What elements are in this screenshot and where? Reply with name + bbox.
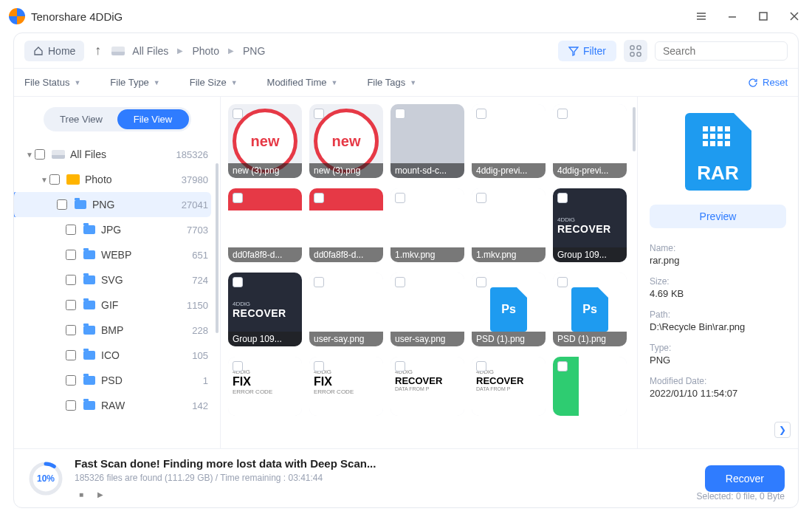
filter-file-status[interactable]: File Status▼ bbox=[24, 77, 80, 88]
crumb-photo[interactable]: Photo bbox=[192, 45, 219, 57]
file-thumbnail[interactable]: PsPSD (1).png bbox=[472, 273, 546, 346]
file-thumbnail[interactable] bbox=[553, 357, 627, 416]
checkbox-raw[interactable] bbox=[66, 400, 76, 411]
file-view-tab[interactable]: File View bbox=[117, 109, 189, 129]
file-thumbnail[interactable]: user-say.png bbox=[309, 273, 383, 346]
meta-modified-key: Modified Date: bbox=[650, 376, 786, 386]
thumbnail-checkbox[interactable] bbox=[557, 361, 568, 372]
checkbox-all-files[interactable] bbox=[35, 149, 45, 160]
file-thumbnail[interactable]: 4DDiGRECOVERDATA FROM P bbox=[472, 357, 546, 416]
thumbnail-checkbox[interactable] bbox=[557, 193, 568, 203]
up-button[interactable]: ↑ bbox=[92, 43, 104, 58]
search-input[interactable] bbox=[663, 45, 792, 57]
crumb-all-files[interactable]: All Files bbox=[132, 45, 168, 57]
file-thumbnail[interactable]: 4DDiGRECOVERDATA FROM P bbox=[390, 357, 464, 416]
tree-item-webp[interactable]: WEBP 651 bbox=[23, 242, 211, 267]
tree-item-gif[interactable]: GIF 1150 bbox=[23, 292, 211, 318]
thumbnail-checkbox[interactable] bbox=[314, 277, 324, 287]
checkbox-jpg[interactable] bbox=[66, 225, 76, 235]
checkbox-bmp[interactable] bbox=[66, 325, 76, 335]
view-switch: Tree View File View bbox=[44, 107, 191, 131]
file-thumbnail[interactable]: newnew (3).png bbox=[228, 104, 302, 178]
resume-scan-button[interactable]: ▶ bbox=[94, 489, 107, 499]
checkbox-psd[interactable] bbox=[66, 375, 76, 386]
file-thumbnail[interactable]: 4DDiGFIXERROR CODE bbox=[309, 357, 383, 416]
svg-rect-0 bbox=[760, 13, 767, 20]
file-thumbnail[interactable]: mount-sd-c... bbox=[390, 104, 464, 178]
maximize-button[interactable] bbox=[754, 7, 772, 25]
file-thumbnail[interactable]: 1.mkv.png bbox=[472, 188, 546, 262]
thumbnail-checkbox[interactable] bbox=[395, 193, 405, 203]
thumbnail-checkbox[interactable] bbox=[314, 109, 324, 119]
file-thumbnail[interactable]: dd0fa8f8-d... bbox=[309, 188, 383, 262]
folder-icon bbox=[83, 376, 95, 385]
search-box[interactable] bbox=[655, 41, 788, 61]
tree-photo[interactable]: ▼ Photo 37980 bbox=[23, 167, 211, 192]
thumbnail-caption: 4ddig-previ... bbox=[472, 163, 546, 178]
tree-item-png[interactable]: PNG 27041 bbox=[14, 192, 211, 217]
tree-item-jpg[interactable]: JPG 7703 bbox=[23, 217, 211, 242]
thumbnail-checkbox[interactable] bbox=[233, 277, 243, 287]
thumbnail-caption: 1.mkv.png bbox=[390, 247, 464, 262]
thumbnail-checkbox[interactable] bbox=[395, 361, 405, 372]
thumbnail-checkbox[interactable] bbox=[233, 109, 243, 119]
crumb-png[interactable]: PNG bbox=[243, 45, 265, 57]
thumbnail-checkbox[interactable] bbox=[557, 109, 568, 119]
thumbnail-checkbox[interactable] bbox=[395, 109, 405, 119]
close-button[interactable] bbox=[785, 7, 803, 25]
file-thumbnail[interactable]: 4DDiGRECOVERGroup 109... bbox=[228, 273, 302, 346]
grid-scrollbar[interactable] bbox=[633, 107, 636, 151]
tree-item-ico[interactable]: ICO 105 bbox=[23, 343, 211, 368]
file-thumbnail[interactable]: 4DDiGRECOVERGroup 109... bbox=[553, 188, 627, 262]
tree-item-raw[interactable]: RAW 142 bbox=[23, 393, 211, 418]
thumbnail-checkbox[interactable] bbox=[395, 277, 405, 287]
thumbnail-checkbox[interactable] bbox=[557, 277, 568, 287]
sidebar-scrollbar[interactable] bbox=[216, 163, 219, 333]
tree-item-bmp[interactable]: BMP 228 bbox=[23, 318, 211, 343]
checkbox-svg[interactable] bbox=[66, 275, 76, 285]
file-thumbnail[interactable]: newnew (3).png bbox=[309, 104, 383, 178]
home-button[interactable]: Home bbox=[24, 41, 84, 61]
file-thumbnail[interactable]: 4DDiGFIXERROR CODE bbox=[228, 357, 302, 416]
file-thumbnail[interactable]: PsPSD (1).png bbox=[553, 273, 627, 346]
checkbox-png[interactable] bbox=[57, 199, 67, 210]
checkbox-webp[interactable] bbox=[66, 250, 76, 260]
checkbox-ico[interactable] bbox=[66, 350, 76, 360]
tree-item-svg[interactable]: SVG 724 bbox=[23, 267, 211, 292]
minimize-button[interactable] bbox=[723, 7, 741, 25]
tree-all-files[interactable]: ▼ All Files 185326 bbox=[23, 142, 211, 167]
menu-icon[interactable] bbox=[692, 7, 710, 25]
file-thumbnail[interactable]: 4ddig-previ... bbox=[472, 104, 546, 178]
file-thumbnail[interactable]: dd0fa8f8-d... bbox=[228, 188, 302, 262]
checkbox-gif[interactable] bbox=[66, 300, 76, 310]
grid-view-toggle[interactable] bbox=[624, 40, 647, 62]
tree-item-psd[interactable]: PSD 1 bbox=[23, 368, 211, 393]
file-thumbnail[interactable]: 4ddig-previ... bbox=[553, 104, 627, 178]
filter-file-tags[interactable]: File Tags▼ bbox=[367, 77, 416, 88]
filter-label: Filter bbox=[583, 45, 606, 57]
tree-view-tab[interactable]: Tree View bbox=[46, 109, 117, 129]
file-thumbnail[interactable]: 1.mkv.png bbox=[390, 188, 464, 262]
filter-modified-time[interactable]: Modified Time▼ bbox=[267, 77, 338, 88]
checkbox-photo[interactable] bbox=[49, 174, 60, 185]
thumbnail-checkbox[interactable] bbox=[314, 361, 324, 372]
thumbnail-checkbox[interactable] bbox=[233, 361, 243, 372]
thumbnail-checkbox[interactable] bbox=[314, 193, 324, 203]
thumbnail-checkbox[interactable] bbox=[476, 109, 486, 119]
thumbnail-checkbox[interactable] bbox=[476, 193, 486, 203]
preview-pane: RAR Preview Name:rar.png Size:4.69 KB Pa… bbox=[637, 97, 798, 448]
next-button[interactable]: ❯ bbox=[774, 422, 791, 438]
filter-file-type[interactable]: File Type▼ bbox=[110, 77, 159, 88]
thumbnail-checkbox[interactable] bbox=[233, 193, 243, 203]
file-thumbnail[interactable]: user-say.png bbox=[390, 273, 464, 346]
stop-scan-button[interactable]: ■ bbox=[75, 489, 88, 499]
recover-button[interactable]: Recover bbox=[705, 465, 785, 492]
preview-button[interactable]: Preview bbox=[650, 205, 786, 228]
thumbnail-checkbox[interactable] bbox=[476, 277, 486, 287]
filter-file-size[interactable]: File Size▼ bbox=[190, 77, 238, 88]
thumbnail-checkbox[interactable] bbox=[476, 361, 486, 372]
reset-button[interactable]: Reset bbox=[748, 77, 788, 88]
folder-icon bbox=[83, 275, 95, 284]
svg-rect-4 bbox=[637, 52, 641, 56]
filter-button[interactable]: Filter bbox=[558, 41, 616, 61]
